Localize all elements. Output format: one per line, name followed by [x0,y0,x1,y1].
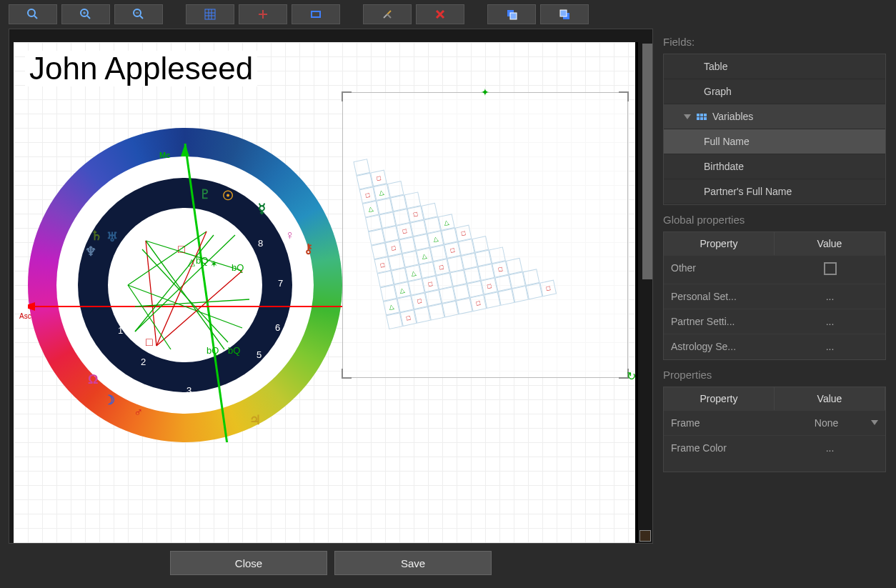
main-area: John Appleseed [0,29,896,588]
canvas-area: John Appleseed [0,29,653,588]
select-tool-button[interactable] [292,4,340,24]
chart-title[interactable]: John Appleseed [25,51,257,86]
save-button[interactable]: Save [334,551,492,575]
col-value: Value [775,387,885,410]
col-value: Value [775,232,885,255]
zoom-in-button[interactable] [61,4,110,24]
svg-line-7 [140,16,143,19]
send-back-button[interactable] [540,4,589,24]
house-10: 10 [156,219,166,230]
prop-row[interactable]: Other [664,255,885,284]
col-property: Property [664,387,775,410]
global-props-label: Global properties [663,214,886,226]
svg-line-3 [87,16,90,19]
props-label: Properties [663,369,886,381]
props-table: Property Value FrameNoneFrame Color... [663,387,886,472]
svg-text:bQ: bQ [228,345,240,356]
svg-text:△: △ [188,256,195,267]
checkbox[interactable] [824,262,837,275]
side-panel: Fields: TableGraphVariablesFull NameBirt… [653,29,896,588]
variables-icon [697,114,707,120]
svg-text:bQ: bQ [206,345,219,356]
add-tool-button[interactable] [239,4,287,24]
prop-row[interactable]: Personal Set...... [664,284,885,309]
tree-item[interactable]: Graph [664,79,885,104]
grid-tool-button[interactable] [186,4,234,24]
aspect-grid-inner: □□△△□□△□△□□△□△□△□□△□□□□□ [353,114,618,357]
svg-point-0 [28,9,35,16]
svg-rect-25 [560,10,567,16]
delete-button[interactable] [416,4,464,24]
planet-glyph: ♅ [106,229,118,245]
expand-icon [684,114,691,119]
mc-label: Mc [159,151,170,159]
house-1: 1 [118,325,123,336]
toolbar [0,0,896,29]
planet-glyph: ♆ [85,244,96,259]
svg-text:□: □ [146,336,153,348]
handle-top[interactable]: ✦ [481,86,489,98]
house-9: 9 [211,216,216,227]
planet-glyph: ♄ [91,228,102,244]
prop-row[interactable]: Astrology Se...... [664,334,885,359]
svg-text:✶: ✶ [210,259,218,269]
asc-label: Asc [19,312,31,320]
canvas-container[interactable]: John Appleseed [9,29,653,544]
svg-line-1 [34,16,37,19]
aspect-cell: □ [539,280,557,297]
corner-tl [342,91,352,101]
aspect-grid-frame[interactable]: ✦ ↻ □□△△□□△□△□□△□△□△□□△□□□□□ [342,92,628,378]
prop-row[interactable]: FrameNone [664,410,885,435]
tree-item[interactable]: Table [664,54,885,79]
bring-front-button[interactable] [487,4,536,24]
canvas-page[interactable]: John Appleseed [14,42,635,544]
planet-glyph: ☽ [104,392,115,408]
planet-glyph: ⚷ [304,241,313,256]
resize-handle[interactable] [639,530,651,542]
global-props-table: Property Value OtherPersonal Set......Pa… [663,231,886,360]
svg-rect-9 [205,9,215,19]
prop-row[interactable]: Partner Setti...... [664,309,885,334]
house-7: 7 [278,278,283,289]
house-8: 8 [258,238,263,249]
canvas-scrollbar[interactable] [642,44,652,279]
planet-glyph: Ω [88,372,98,387]
house-11: 11 [129,245,139,256]
house-5: 5 [257,349,262,360]
zoom-fit-button[interactable] [9,4,57,24]
svg-line-37 [156,271,242,346]
dropdown-icon[interactable] [871,420,878,425]
house-12: 12 [111,279,121,290]
svg-text:bQ: bQ [196,255,208,266]
svg-text:bQ: bQ [232,262,244,273]
close-button[interactable]: Close [170,551,327,575]
house-4: 4 [229,382,234,393]
tree-item[interactable]: Partner's Full Name [664,179,885,204]
rotate-handle[interactable]: ↻ [627,369,636,383]
tree-item[interactable]: Variables [664,104,885,129]
planet-glyph: ☉ [222,188,234,204]
svg-rect-16 [312,11,320,17]
house-3: 3 [186,385,191,396]
svg-text:□: □ [178,243,185,255]
corner-tr [619,91,629,101]
svg-line-17 [384,14,387,18]
global-props-header: Property Value [664,232,885,255]
chart-wheel[interactable]: □ □ bQ bQ bQ bQ ✶ △ Mc Asc [28,128,342,442]
planet-glyph: ♀ [285,228,295,243]
planet-glyph: ♂ [134,405,144,420]
col-property: Property [664,232,775,255]
prop-row[interactable]: Frame Color... [664,435,885,460]
house-6: 6 [275,322,280,333]
tree-item[interactable]: Full Name [664,129,885,154]
corner-bl [342,369,352,379]
footer-buttons: Close Save [9,544,653,588]
planet-glyph: ☿ [258,201,266,216]
props-header: Property Value [664,387,885,410]
tools-button[interactable] [363,4,412,24]
tree-item[interactable]: Birthdate [664,154,885,179]
zoom-out-button[interactable] [114,4,163,24]
planet-glyph: ♇ [199,186,211,202]
fields-label: Fields: [663,36,886,48]
house-2: 2 [141,357,146,367]
